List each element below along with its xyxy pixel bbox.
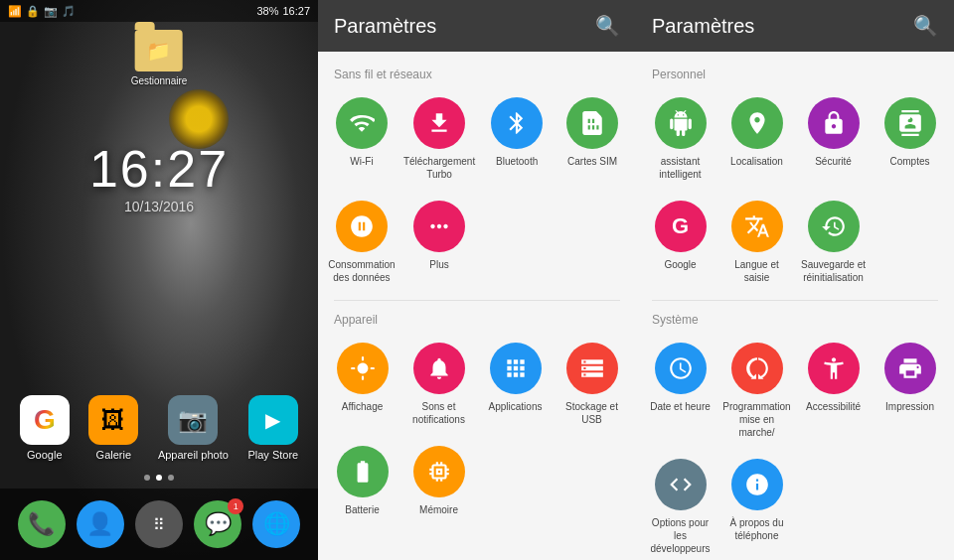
dock-phone[interactable]: 📞 xyxy=(18,500,66,548)
dot-3 xyxy=(168,475,174,481)
settings-storage[interactable]: Stockage et USB xyxy=(556,335,628,434)
settings-startup[interactable]: Programmation mise en marche/ xyxy=(720,335,793,447)
about-label: À propos du téléphone xyxy=(722,516,791,542)
backup-label: Sauvegarde et réinitialisation xyxy=(799,258,868,284)
settings-dev[interactable]: Options pour les développeurs xyxy=(644,451,716,560)
app-google[interactable]: G Google xyxy=(20,395,70,461)
wifi-icon xyxy=(336,97,388,149)
location-icon xyxy=(731,97,783,149)
app-playstore[interactable]: ▶ Play Store xyxy=(247,395,298,461)
dot-1 xyxy=(144,475,150,481)
settings-grid-appareil: Affichage Sons et notifications Applicat… xyxy=(318,331,636,528)
data-label: Consommation des données xyxy=(328,258,396,284)
app-google-label: Google xyxy=(27,449,62,461)
settings-accounts[interactable]: Comptes xyxy=(874,89,946,189)
turbo-icon xyxy=(413,97,465,149)
security-label: Sécurité xyxy=(815,155,852,168)
signal-icon: 📶 xyxy=(8,5,22,18)
apps-label: Applications xyxy=(489,400,543,413)
settings-data[interactable]: Consommation des données xyxy=(326,193,398,292)
dock-contacts[interactable]: 👤 xyxy=(77,500,124,548)
app-galerie[interactable]: 🖼 Galerie xyxy=(88,395,138,461)
settings-apps[interactable]: Applications xyxy=(479,335,552,434)
settings-accessibility[interactable]: Accessibilité xyxy=(797,335,870,447)
search-icon-right[interactable]: 🔍 xyxy=(913,14,938,38)
bluetooth-icon xyxy=(491,97,543,149)
settings-backup[interactable]: Sauvegarde et réinitialisation xyxy=(797,193,870,292)
print-label: Impression xyxy=(885,400,934,413)
settings-grid-wireless: Wi-Fi Téléchargement Turbo Bluetooth Car… xyxy=(318,85,636,296)
accessibility-icon xyxy=(808,343,860,394)
battery-text: 38% xyxy=(256,5,278,17)
settings-bluetooth[interactable]: Bluetooth xyxy=(481,89,553,189)
app-camera[interactable]: 📷 Appareil photo xyxy=(158,395,229,461)
sim-label: Cartes SIM xyxy=(567,155,617,168)
settings-print[interactable]: Impression xyxy=(874,335,946,447)
storage-label: Stockage et USB xyxy=(557,400,626,426)
home-screen: 📶 🔒 📷 🎵 38% 16:27 📁 Gestionnaire 16:27 1… xyxy=(0,0,318,560)
settings-panel-left: Paramètres 🔍 Sans fil et réseaux Wi-Fi T… xyxy=(318,0,636,560)
startup-icon xyxy=(731,343,783,394)
settings-display[interactable]: Affichage xyxy=(326,335,398,434)
time-text: 16:27 xyxy=(282,5,310,17)
security-icon xyxy=(808,97,860,149)
dock-menu[interactable]: ⠿ xyxy=(135,500,183,548)
app-playstore-label: Play Store xyxy=(247,449,298,461)
divider-1 xyxy=(334,300,620,301)
settings-more[interactable]: Plus xyxy=(401,193,477,292)
messages-badge: 1 xyxy=(228,498,243,514)
settings-about[interactable]: À propos du téléphone xyxy=(720,451,793,560)
top-app[interactable]: 📁 Gestionnaire xyxy=(131,30,188,86)
turbo-label: Téléchargement Turbo xyxy=(403,155,475,181)
settings-datetime[interactable]: Date et heure xyxy=(644,335,716,447)
assistant-label: assistant intelligent xyxy=(646,155,715,181)
section-wireless: Sans fil et réseaux xyxy=(318,60,636,85)
more-label: Plus xyxy=(429,258,448,271)
settings-turbo[interactable]: Téléchargement Turbo xyxy=(401,89,477,189)
settings-header-right: Paramètres 🔍 xyxy=(636,0,954,52)
settings-memory[interactable]: Mémoire xyxy=(402,438,475,524)
app-camera-label: Appareil photo xyxy=(158,449,229,461)
section-appareil: Appareil xyxy=(318,305,636,331)
language-icon xyxy=(731,201,783,252)
search-icon-left[interactable]: 🔍 xyxy=(595,14,620,38)
accounts-label: Comptes xyxy=(889,155,929,168)
settings-grid-personnel: assistant intelligent Localisation Sécur… xyxy=(636,85,954,296)
home-time: 16:27 xyxy=(0,139,318,199)
settings-assistant[interactable]: assistant intelligent xyxy=(644,89,716,189)
display-icon xyxy=(337,343,389,394)
home-statusbar: 📶 🔒 📷 🎵 38% 16:27 xyxy=(0,0,318,22)
backup-icon xyxy=(808,201,860,252)
sound-label: Sons et notifications xyxy=(404,400,473,426)
home-apps-grid: G Google 🖼 Galerie 📷 Appareil photo ▶ Pl… xyxy=(0,395,318,461)
settings-panel-right: Paramètres 🔍 Personnel assistant intelli… xyxy=(636,0,954,560)
section-systeme: Système xyxy=(636,305,954,331)
google-label: Google xyxy=(664,258,696,271)
settings-battery[interactable]: Batterie xyxy=(326,438,398,524)
home-dock: 📞 👤 ⠿ 💬 1 🌐 xyxy=(0,489,318,560)
app-galerie-label: Galerie xyxy=(96,449,131,461)
startup-label: Programmation mise en marche/ xyxy=(722,400,791,439)
print-icon xyxy=(884,343,936,394)
location-label: Localisation xyxy=(730,155,783,168)
settings-google[interactable]: G Google xyxy=(644,193,716,292)
settings-title-left: Paramètres xyxy=(334,15,436,38)
settings-sim[interactable]: Cartes SIM xyxy=(556,89,628,189)
google-icon: G xyxy=(655,201,707,252)
settings-wifi[interactable]: Wi-Fi xyxy=(326,89,398,189)
settings-header-left: Paramètres 🔍 xyxy=(318,0,636,52)
battery-icon xyxy=(337,446,389,497)
storage-icon xyxy=(566,343,618,394)
dock-browser[interactable]: 🌐 xyxy=(252,500,300,548)
accessibility-label: Accessibilité xyxy=(806,400,861,413)
bluetooth-label: Bluetooth xyxy=(496,155,538,168)
language-label: Langue et saisie xyxy=(722,258,791,284)
dock-messages[interactable]: 💬 1 xyxy=(194,500,241,548)
settings-security[interactable]: Sécurité xyxy=(797,89,870,189)
settings-location[interactable]: Localisation xyxy=(720,89,793,189)
memory-label: Mémoire xyxy=(419,503,458,516)
section-personnel: Personnel xyxy=(636,60,954,85)
settings-title-right: Paramètres xyxy=(652,15,754,38)
settings-language[interactable]: Langue et saisie xyxy=(720,193,793,292)
settings-sound[interactable]: Sons et notifications xyxy=(402,335,475,434)
